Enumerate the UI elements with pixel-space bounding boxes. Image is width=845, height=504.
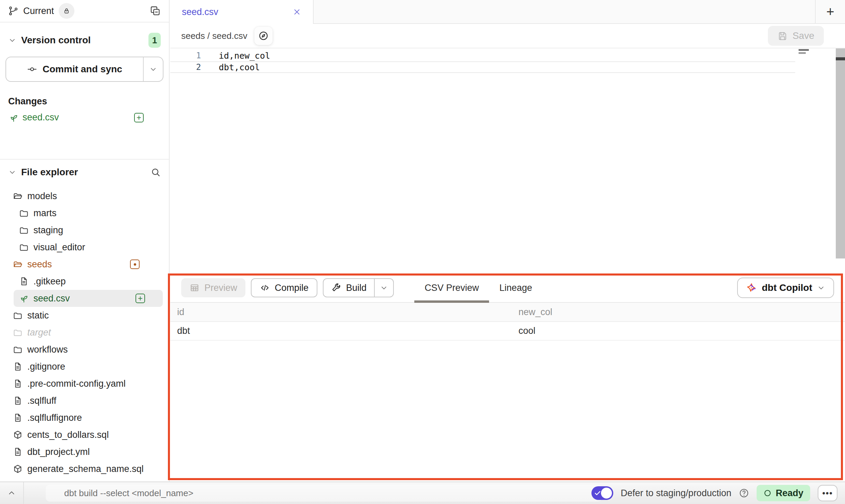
commit-and-sync-button[interactable]: Commit and sync [5, 57, 163, 82]
tree-item-.gitkeep[interactable]: .gitkeep [0, 273, 163, 290]
tree-item-.sqlfluff[interactable]: .sqlfluff [0, 392, 163, 409]
chevron-down-icon [149, 65, 157, 73]
tree-item-seed.csv[interactable]: seed.csv+ [14, 290, 163, 307]
file-icon [13, 413, 23, 423]
file-explorer-section: File explorer modelsmartsstagingvisual_e… [0, 159, 169, 477]
command-input[interactable]: dbt build --select <model_name> [46, 485, 602, 502]
added-plus-badge: + [135, 294, 145, 303]
chevron-up-icon [7, 489, 16, 498]
tree-item-label: .sqlfluffignore [27, 413, 82, 423]
tree-item-marts[interactable]: marts [0, 205, 163, 222]
folder-open-icon [13, 191, 23, 201]
changes-count-badge: 1 [148, 33, 161, 48]
tree-item-label: cents_to_dollars.sql [27, 430, 109, 440]
scrollbar-thumb[interactable] [836, 57, 845, 60]
circle-status-icon [763, 489, 772, 497]
status-badge: Ready [757, 485, 810, 501]
save-button-label: Save [792, 30, 814, 41]
compile-button[interactable]: Compile [251, 278, 317, 297]
help-icon[interactable] [739, 488, 749, 498]
change-item-seed.csv[interactable]: seed.csv+ [9, 112, 163, 123]
dbt-copilot-button[interactable]: dbt Copilot [737, 278, 834, 298]
expand-panel-button[interactable] [0, 482, 24, 504]
tree-item-static[interactable]: static [0, 307, 163, 324]
line-number: 1 [170, 51, 211, 60]
save-icon [777, 31, 788, 41]
lock-icon [63, 7, 70, 15]
code-editor[interactable]: 1id,new_col2dbt,cool [170, 48, 845, 273]
file-icon [13, 396, 23, 405]
chevron-down-icon [8, 36, 16, 44]
tree-item-.pre-commit-config.yaml[interactable]: .pre-commit-config.yaml [0, 375, 163, 392]
column-header: id [170, 307, 518, 317]
version-control-title: Version control [21, 35, 91, 46]
ide-compass-button[interactable] [254, 27, 273, 45]
new-tab-button[interactable]: + [815, 0, 845, 23]
chevron-down-icon [8, 168, 16, 176]
csv-preview-table: idnew_coldbtcool [170, 303, 845, 341]
preview-button[interactable]: Preview [181, 278, 245, 297]
cube-icon [13, 464, 23, 474]
tab-seed-csv[interactable]: seed.csv [170, 0, 314, 24]
file-explorer-header[interactable]: File explorer [0, 160, 169, 185]
tree-item-generate_schema_name.sql[interactable]: generate_schema_name.sql [0, 460, 163, 477]
tree-item-label: seed.csv [33, 293, 70, 304]
ready-label: Ready [776, 488, 803, 499]
tree-item-label: marts [33, 208, 57, 219]
version-control-header[interactable]: Version control 1 [0, 33, 169, 48]
tree-item-label: static [27, 310, 49, 321]
code-line-1[interactable]: 1id,new_col [170, 50, 795, 61]
defer-toggle[interactable] [591, 486, 613, 500]
copy-icon[interactable] [150, 5, 161, 16]
table-row: dbtcool [170, 322, 845, 341]
build-dropdown-button[interactable] [375, 279, 393, 297]
commit-dropdown-button[interactable] [144, 57, 163, 81]
changes-title: Changes [8, 96, 169, 107]
tree-item-workflows[interactable]: workflows [0, 341, 163, 358]
tree-item-dbt_project.yml[interactable]: dbt_project.yml [0, 443, 163, 460]
editor-toolbar: seeds / seed.csv Save [170, 24, 845, 48]
tree-item-staging[interactable]: staging [0, 222, 163, 239]
tree-item-label: generate_schema_name.sql [27, 464, 144, 474]
search-icon[interactable] [151, 167, 161, 177]
tree-item-target[interactable]: target [0, 324, 163, 341]
command-placeholder: dbt build --select <model_name> [64, 488, 194, 499]
close-icon[interactable] [292, 8, 301, 16]
git-commit-icon [27, 64, 37, 74]
results-tab-csv-preview[interactable]: CSV Preview [425, 273, 479, 302]
folder-icon [13, 345, 23, 354]
tree-item-label: target [27, 327, 51, 338]
branch-name: Current [23, 6, 54, 16]
column-header: new_col [518, 307, 845, 317]
folder-icon [13, 311, 23, 320]
table-cell: cool [518, 326, 845, 336]
tree-item-visual_editor[interactable]: visual_editor [0, 239, 163, 256]
save-button[interactable]: Save [768, 26, 824, 46]
tree-item-models[interactable]: models [0, 188, 163, 205]
folder-icon [13, 328, 23, 337]
tree-item-.sqlfluffignore[interactable]: .sqlfluffignore [0, 409, 163, 426]
tree-item-cents_to_dollars.sql[interactable]: cents_to_dollars.sql [0, 426, 163, 443]
tree-item-label: visual_editor [33, 242, 85, 253]
defer-label: Defer to staging/production [621, 488, 731, 499]
tree-item-label: workflows [27, 344, 68, 355]
build-button[interactable]: Build [324, 279, 374, 297]
editor-scrollbar[interactable] [836, 48, 845, 258]
file-icon [13, 379, 23, 388]
git-branch-icon [8, 6, 18, 16]
minimap [795, 48, 836, 258]
sidebar: Current Version control 1 Commit and syn… [0, 0, 170, 481]
results-tab-lineage[interactable]: Lineage [499, 273, 532, 302]
file-icon [13, 362, 23, 371]
more-options-button[interactable]: ••• [818, 485, 837, 501]
table-grid-icon [189, 283, 200, 293]
file-icon [19, 277, 29, 286]
folder-icon [19, 225, 29, 235]
check-icon [594, 489, 601, 497]
dbt-copilot-logo-icon [746, 282, 757, 293]
tree-item-.gitignore[interactable]: .gitignore [0, 358, 163, 375]
branch-lock-badge [59, 3, 74, 19]
tree-item-seeds[interactable]: seeds [0, 256, 163, 273]
status-bar-right: Defer to staging/production Ready ••• [591, 485, 845, 501]
code-line-2[interactable]: 2dbt,cool [170, 61, 795, 73]
